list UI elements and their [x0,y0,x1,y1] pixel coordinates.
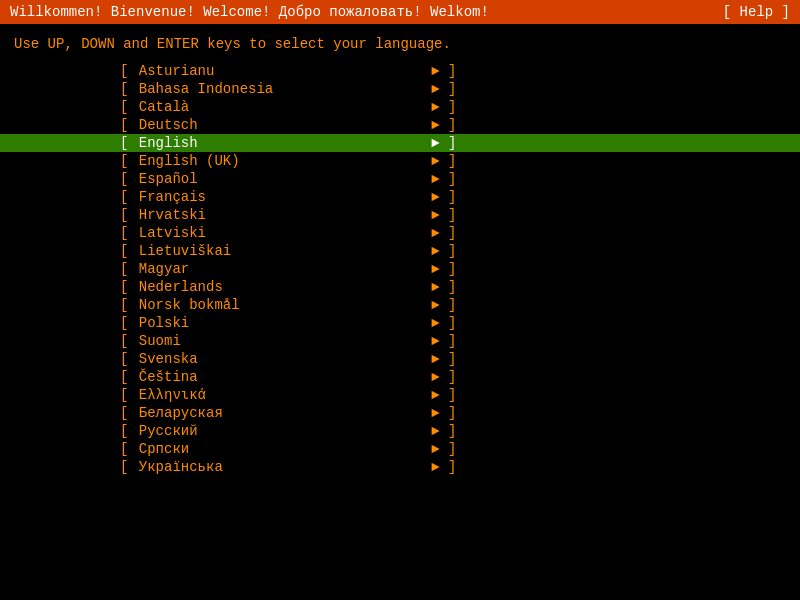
language-item[interactable]: [ Polski ► ] [0,314,800,332]
arrow-icon: ► [431,459,439,475]
instruction-text: Use UP, DOWN and ENTER keys to select yo… [0,24,800,62]
language-item[interactable]: [ Svenska ► ] [0,350,800,368]
language-list: [ Asturianu ► ][ Bahasa Indonesia ► ][ C… [0,62,800,476]
language-item[interactable]: [ Српски ► ] [0,440,800,458]
language-name: Español [139,171,419,187]
language-item[interactable]: [ Українська ► ] [0,458,800,476]
language-item[interactable]: [ Ελληνικά ► ] [0,386,800,404]
language-name: Српски [139,441,419,457]
language-item[interactable]: [ Беларуская ► ] [0,404,800,422]
help-button[interactable]: [ Help ] [723,4,790,20]
language-name: Latviski [139,225,419,241]
language-name: Українська [139,459,419,475]
language-name: Svenska [139,351,419,367]
language-name: Беларуская [139,405,419,421]
language-item[interactable]: [ Català ► ] [0,98,800,116]
language-item[interactable]: [ English (UK) ► ] [0,152,800,170]
language-item[interactable]: [ Čeština ► ] [0,368,800,386]
arrow-icon: ► [431,153,439,169]
arrow-icon: ► [431,387,439,403]
arrow-icon: ► [431,297,439,313]
arrow-icon: ► [431,243,439,259]
language-name: Français [139,189,419,205]
language-name: Čeština [139,369,419,385]
language-name: Lietuviškai [139,243,419,259]
language-item[interactable]: [ Latviski ► ] [0,224,800,242]
arrow-icon: ► [431,423,439,439]
language-item[interactable]: [ Español ► ] [0,170,800,188]
language-item[interactable]: [ Hrvatski ► ] [0,206,800,224]
arrow-icon: ► [431,63,439,79]
language-name: Asturianu [139,63,419,79]
language-item[interactable]: [ Magyar ► ] [0,260,800,278]
language-item[interactable]: [ Suomi ► ] [0,332,800,350]
arrow-icon: ► [431,315,439,331]
arrow-icon: ► [431,369,439,385]
language-name: Català [139,99,419,115]
language-item[interactable]: [ Русский ► ] [0,422,800,440]
language-name: Norsk bokmål [139,297,419,313]
arrow-icon: ► [431,279,439,295]
arrow-icon: ► [431,441,439,457]
language-name: Hrvatski [139,207,419,223]
header-bar: Willkommen! Bienvenue! Welcome! Добро по… [0,0,800,24]
language-item[interactable]: [ Asturianu ► ] [0,62,800,80]
language-name: English (UK) [139,153,419,169]
arrow-icon: ► [431,81,439,97]
language-item[interactable]: [ Nederlands ► ] [0,278,800,296]
language-item[interactable]: [ Bahasa Indonesia ► ] [0,80,800,98]
language-item[interactable]: [ English ► ] [0,134,800,152]
language-name: Magyar [139,261,419,277]
arrow-icon: ► [431,207,439,223]
arrow-icon: ► [431,261,439,277]
language-name: Bahasa Indonesia [139,81,419,97]
language-name: Ελληνικά [139,387,419,403]
language-item[interactable]: [ Deutsch ► ] [0,116,800,134]
arrow-icon: ► [431,225,439,241]
arrow-icon: ► [431,189,439,205]
arrow-icon: ► [431,171,439,187]
arrow-icon: ► [431,117,439,133]
language-item[interactable]: [ Norsk bokmål ► ] [0,296,800,314]
arrow-icon: ► [431,99,439,115]
language-item[interactable]: [ Français ► ] [0,188,800,206]
language-name: Nederlands [139,279,419,295]
language-name: Русский [139,423,419,439]
language-name: Deutsch [139,117,419,133]
language-item[interactable]: [ Lietuviškai ► ] [0,242,800,260]
arrow-icon: ► [431,135,439,151]
language-name: English [139,135,419,151]
arrow-icon: ► [431,351,439,367]
header-title: Willkommen! Bienvenue! Welcome! Добро по… [10,4,489,20]
arrow-icon: ► [431,405,439,421]
arrow-icon: ► [431,333,439,349]
language-name: Polski [139,315,419,331]
language-name: Suomi [139,333,419,349]
